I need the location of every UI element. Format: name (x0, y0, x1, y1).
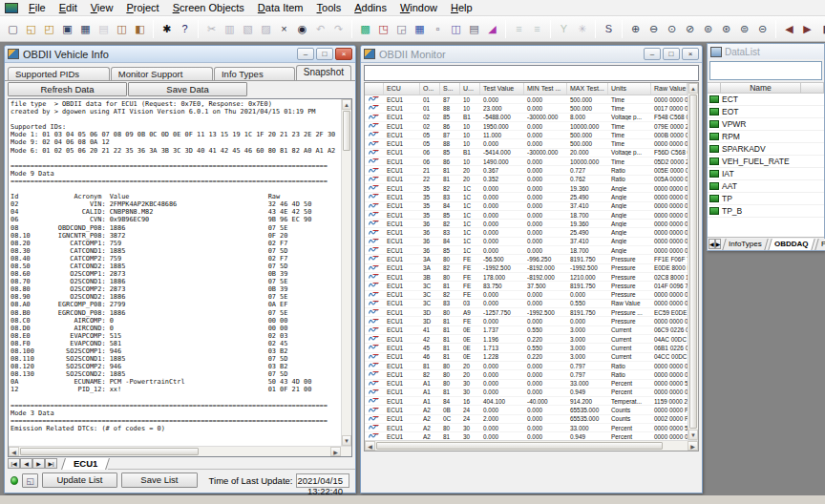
vehicle-info-titlebar[interactable]: OBDII Vehicle Info – □ × (5, 46, 355, 63)
export-list-icon[interactable]: ◱ (22, 473, 37, 488)
monitor-row[interactable]: ECU13A80FE-56.500-996.2508191.750Pressur… (365, 255, 688, 263)
monitor-row[interactable]: ECU12281200.3520.0000.762Ratio005A 0000 … (365, 176, 688, 184)
datalist-tab-pag[interactable]: Pag (814, 239, 825, 250)
datalist-item-eot[interactable]: EOT (708, 106, 824, 118)
zoom-height-icon[interactable]: ⊛ (717, 20, 735, 38)
scroll-down-icon[interactable]: ▼ (688, 430, 698, 440)
scrollbar-thumb[interactable] (689, 94, 697, 429)
frame-fit-icon[interactable]: ▮ (816, 20, 825, 38)
screen-properties-icon[interactable]: ◳ (374, 20, 392, 38)
monitor-row[interactable]: ECU12181200.3670.0000.727Ratio005E 0000 … (365, 166, 688, 175)
monitor-row[interactable]: ECU1A281300.0000.0000.949Percent0000 000… (365, 432, 688, 440)
scrollbar-thumb[interactable] (343, 111, 350, 151)
monitor-row[interactable]: ECU10588100.0000.000500.000Time0000 0000… (365, 139, 688, 148)
maximize-button[interactable]: □ (663, 48, 680, 60)
scrollbar-thumb[interactable] (376, 442, 663, 450)
monitor-row[interactable]: ECU1A20C242.0000.00065535.000Counts0002 … (365, 415, 688, 424)
monitor-row[interactable]: ECU10286101950.0000.00010000.000Time079E… (365, 122, 688, 131)
frame-next-icon[interactable]: ▶ (798, 20, 816, 38)
save-icon[interactable]: ▣ (58, 20, 76, 38)
export-screen-icon[interactable]: ◧ (131, 20, 149, 38)
monitor-row[interactable]: ECU13C82FE0.0000.0000.000Pressure0000 00… (365, 291, 688, 300)
report-vertical-scrollbar[interactable]: ▲ ▼ (341, 99, 351, 446)
datalist-item-veh-fuel-rate[interactable]: VEH_FUEL_RATE (708, 156, 824, 168)
monitor-row[interactable]: ECU136841C0.0000.00037.410Angle0000 0000… (365, 238, 688, 246)
column-header-min-test-[interactable]: MIN Test ... (524, 83, 567, 94)
scroll-right-icon[interactable]: ▶ (688, 441, 698, 451)
menu-item-view[interactable]: View (84, 1, 120, 14)
column-header-s-[interactable]: S... (440, 83, 460, 94)
monitor-row[interactable]: ECU10686101490.0000.00010000.000Time05D2… (365, 158, 688, 166)
datalist-item-iat[interactable]: IAT (708, 168, 824, 180)
monitor-table-header[interactable]: ECUO...S...U...Test ValueMIN Test ...MAX… (365, 83, 688, 95)
open-workspace-icon[interactable]: ◰ (40, 20, 58, 38)
context-help-icon[interactable]: ? (176, 20, 194, 38)
menu-item-screen-objects[interactable]: Screen Objects (166, 1, 251, 14)
ati-paw-icon[interactable]: ✱ (158, 20, 176, 38)
datalist-titlebar[interactable]: DataList (708, 44, 824, 59)
monitor-row[interactable]: ECU1A280300.0000.00033.000Percent0000 00… (365, 424, 688, 432)
datalist-item-tp-b[interactable]: TP_B (708, 205, 824, 218)
menu-item-window[interactable]: Window (393, 1, 444, 14)
monitor-row[interactable]: ECU13C81FE83.75037.5008191.750Pressure01… (365, 282, 688, 290)
monitor-filter-input[interactable] (364, 65, 699, 81)
sheet-next-button[interactable]: ▶ (32, 458, 45, 469)
close-button[interactable]: × (682, 48, 699, 60)
menu-item-help[interactable]: Help (444, 1, 479, 14)
save-list-button[interactable]: Save List (121, 472, 197, 488)
monitor-row[interactable]: ECU146810E1.2280.2203.000Current04CC 00D… (365, 353, 688, 362)
scrollbar-thumb[interactable] (20, 448, 199, 455)
auto-arrange-icon[interactable]: S (600, 20, 618, 38)
monitor-row[interactable]: ECU145810E1.7130.5503.000Current06B1 022… (365, 344, 688, 352)
datalist-header-name[interactable]: Name (721, 82, 801, 94)
monitor-row[interactable]: ECU135831C0.0000.00025.490Angle0000 0000… (365, 193, 688, 201)
menu-item-addins[interactable]: Addins (348, 1, 393, 14)
menu-item-edit[interactable]: Edit (53, 1, 84, 14)
save-workspace-icon[interactable]: ▦ (76, 20, 95, 38)
column-header-o-[interactable]: O... (420, 83, 440, 94)
monitor-row[interactable]: ECU18180200.0000.0000.797Ratio0000 0000 … (365, 362, 688, 370)
scroll-down-icon[interactable]: ▼ (342, 435, 351, 446)
monitor-row[interactable]: ECU10285B1-5488.000-30000.0008.000Voltag… (365, 114, 688, 122)
new-screen-icon[interactable]: ▩ (356, 20, 374, 38)
column-header-units[interactable]: Units (608, 83, 651, 94)
datalist-tab-obddaq[interactable]: OBDDAQ (768, 239, 814, 250)
monitor-row[interactable]: ECU13D81FE0.0000.0000.000Pressure0000 00… (365, 317, 688, 326)
monitor-titlebar[interactable]: OBDII Monitor – □ × (361, 46, 702, 63)
monitor-row[interactable]: ECU136821C0.0000.00019.360Angle0000 0000… (365, 220, 688, 228)
datalist-tabs-prev-icon[interactable]: ◀ (709, 239, 715, 249)
screen-small-icon[interactable]: ▫ (429, 20, 447, 38)
monitor-row[interactable]: ECU13A82FE-1992.500-8192.000-1992.500Pre… (365, 264, 688, 273)
update-list-button[interactable]: Update List (42, 472, 117, 488)
column-header-ecu[interactable]: ECU (384, 83, 420, 94)
zoom-next-icon[interactable]: ⊝ (753, 20, 772, 38)
monitor-vertical-scrollbar[interactable]: ▲ ▼ (688, 83, 698, 440)
datalist-item-rpm[interactable]: RPM (708, 131, 824, 143)
tab-supported-pids-0x01-[interactable]: Supported PIDs (0x01) (8, 67, 110, 80)
minimize-button[interactable]: – (297, 48, 314, 60)
monitor-row[interactable]: ECU13B80FE178.000-8192.0001210.000Pressu… (365, 273, 688, 282)
zoom-width-icon[interactable]: ⊚ (699, 20, 717, 38)
sheet-first-button[interactable]: |◀ (8, 458, 20, 469)
monitor-row[interactable]: ECU10187100.0000.000500.000Time0000 0000… (365, 95, 688, 104)
datalist-tabs-next-icon[interactable]: ▶ (715, 239, 722, 249)
import-screen-icon[interactable]: ◫ (113, 20, 131, 38)
monitor-row[interactable]: ECU135821C0.0000.00019.360Angle0000 0000… (365, 184, 688, 193)
new-file-icon[interactable]: ▢ (4, 20, 22, 38)
monitor-row[interactable]: ECU13C83030.0000.0000.550Raw Value0000 0… (365, 300, 688, 308)
monitor-row[interactable]: ECU10685B1-5414.000-30000.00020.000Volta… (365, 149, 688, 158)
minimize-button[interactable]: – (644, 48, 661, 60)
screen-copy-icon[interactable]: ◫ (447, 20, 465, 38)
zoom-box-icon[interactable]: ⊙ (663, 20, 681, 38)
refresh-data-button[interactable]: Refresh Data (8, 82, 127, 96)
datalist-tab-infotypes[interactable]: InfoTypes (723, 239, 769, 250)
close-button[interactable]: × (335, 48, 352, 60)
tab-monitor-support-0x06-[interactable]: Monitor Support (0x06) (111, 67, 213, 80)
menu-item-data-item[interactable]: Data Item (251, 1, 310, 14)
monitor-row[interactable]: ECU1A181300.0000.0000.949Percent0000 000… (365, 388, 688, 397)
menu-item-tools[interactable]: Tools (310, 1, 349, 14)
datalist-filter-input[interactable] (709, 61, 822, 80)
find-icon[interactable]: ◉ (293, 20, 311, 38)
monitor-row[interactable]: ECU1A20B240.0000.00065535.000Counts0000 … (365, 406, 688, 414)
monitor-row[interactable]: ECU135851C0.0000.00018.700Angle0000 0000… (365, 211, 688, 220)
